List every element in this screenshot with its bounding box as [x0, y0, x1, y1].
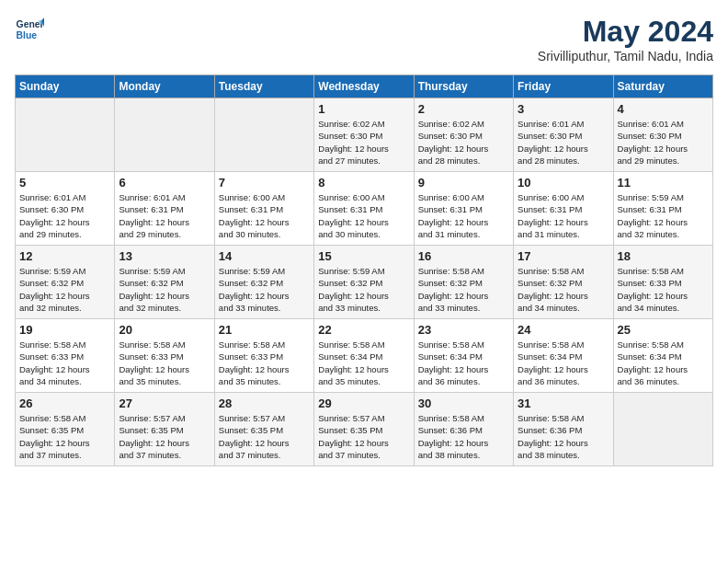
- calendar-cell: 17Sunrise: 5:58 AM Sunset: 6:32 PM Dayli…: [514, 246, 613, 319]
- calendar-cell: 7Sunrise: 6:00 AM Sunset: 6:31 PM Daylig…: [214, 172, 313, 246]
- calendar-cell: 12Sunrise: 5:59 AM Sunset: 6:32 PM Dayli…: [16, 246, 115, 319]
- day-number: 18: [618, 249, 709, 263]
- location-title: Srivilliputhur, Tamil Nadu, India: [538, 49, 713, 63]
- calendar-cell: 21Sunrise: 5:58 AM Sunset: 6:33 PM Dayli…: [214, 319, 313, 393]
- day-number: 12: [19, 249, 110, 263]
- logo-icon: General Blue: [15, 15, 44, 44]
- day-info: Sunrise: 5:59 AM Sunset: 6:32 PM Dayligh…: [318, 265, 409, 314]
- day-info: Sunrise: 6:00 AM Sunset: 6:31 PM Dayligh…: [418, 191, 509, 240]
- day-number: 14: [219, 249, 310, 263]
- day-number: 23: [418, 323, 509, 337]
- calendar-cell: 10Sunrise: 6:00 AM Sunset: 6:31 PM Dayli…: [514, 172, 613, 246]
- day-number: 27: [119, 396, 210, 410]
- day-info: Sunrise: 5:58 AM Sunset: 6:36 PM Dayligh…: [518, 412, 609, 461]
- calendar-week-row: 5Sunrise: 6:01 AM Sunset: 6:30 PM Daylig…: [16, 172, 713, 246]
- calendar-cell: 3Sunrise: 6:01 AM Sunset: 6:30 PM Daylig…: [514, 98, 613, 172]
- calendar-cell: 31Sunrise: 5:58 AM Sunset: 6:36 PM Dayli…: [514, 393, 613, 466]
- day-info: Sunrise: 5:58 AM Sunset: 6:33 PM Dayligh…: [19, 339, 110, 387]
- day-number: 24: [518, 323, 609, 337]
- calendar-cell: [16, 98, 115, 172]
- calendar-cell: 24Sunrise: 5:58 AM Sunset: 6:34 PM Dayli…: [514, 319, 613, 393]
- day-info: Sunrise: 5:58 AM Sunset: 6:33 PM Dayligh…: [119, 339, 210, 387]
- weekday-header-friday: Friday: [514, 75, 613, 98]
- weekday-header-thursday: Thursday: [414, 75, 513, 98]
- day-number: 9: [418, 176, 509, 190]
- day-number: 21: [219, 323, 310, 337]
- calendar-cell: 14Sunrise: 5:59 AM Sunset: 6:32 PM Dayli…: [214, 246, 313, 319]
- calendar-cell: 16Sunrise: 5:58 AM Sunset: 6:32 PM Dayli…: [414, 246, 513, 319]
- day-info: Sunrise: 5:58 AM Sunset: 6:33 PM Dayligh…: [219, 339, 310, 387]
- day-info: Sunrise: 5:58 AM Sunset: 6:34 PM Dayligh…: [418, 339, 509, 387]
- calendar-week-row: 12Sunrise: 5:59 AM Sunset: 6:32 PM Dayli…: [16, 246, 713, 319]
- weekday-header-wednesday: Wednesday: [314, 75, 414, 98]
- weekday-header-monday: Monday: [115, 75, 214, 98]
- calendar-cell: 20Sunrise: 5:58 AM Sunset: 6:33 PM Dayli…: [115, 319, 214, 393]
- calendar-cell: 11Sunrise: 5:59 AM Sunset: 6:31 PM Dayli…: [613, 172, 712, 246]
- logo: General Blue: [15, 15, 44, 44]
- calendar-cell: 27Sunrise: 5:57 AM Sunset: 6:35 PM Dayli…: [115, 393, 214, 466]
- weekday-header-saturday: Saturday: [613, 75, 712, 98]
- day-info: Sunrise: 6:01 AM Sunset: 6:30 PM Dayligh…: [19, 191, 110, 240]
- day-info: Sunrise: 5:59 AM Sunset: 6:32 PM Dayligh…: [119, 265, 210, 314]
- calendar-cell: 8Sunrise: 6:00 AM Sunset: 6:31 PM Daylig…: [314, 172, 414, 246]
- day-number: 7: [219, 176, 310, 190]
- day-number: 16: [418, 249, 509, 263]
- calendar-cell: 5Sunrise: 6:01 AM Sunset: 6:30 PM Daylig…: [16, 172, 115, 246]
- day-info: Sunrise: 5:57 AM Sunset: 6:35 PM Dayligh…: [318, 412, 409, 461]
- day-number: 1: [318, 102, 409, 116]
- page-header: General Blue May 2024 Srivilliputhur, Ta…: [15, 15, 713, 63]
- calendar-cell: [613, 393, 712, 466]
- day-number: 26: [19, 396, 110, 410]
- day-info: Sunrise: 5:58 AM Sunset: 6:34 PM Dayligh…: [518, 339, 609, 387]
- day-number: 25: [618, 323, 709, 337]
- svg-text:Blue: Blue: [17, 30, 38, 40]
- day-info: Sunrise: 5:58 AM Sunset: 6:32 PM Dayligh…: [518, 265, 609, 314]
- day-info: Sunrise: 5:58 AM Sunset: 6:34 PM Dayligh…: [618, 339, 709, 387]
- day-number: 8: [318, 176, 409, 190]
- day-number: 31: [518, 396, 609, 410]
- title-block: May 2024 Srivilliputhur, Tamil Nadu, Ind…: [538, 15, 713, 63]
- day-number: 5: [19, 176, 110, 190]
- day-number: 2: [418, 102, 509, 116]
- day-number: 11: [618, 176, 709, 190]
- day-info: Sunrise: 6:00 AM Sunset: 6:31 PM Dayligh…: [518, 191, 609, 240]
- calendar-cell: 22Sunrise: 5:58 AM Sunset: 6:34 PM Dayli…: [314, 319, 414, 393]
- calendar-cell: 9Sunrise: 6:00 AM Sunset: 6:31 PM Daylig…: [414, 172, 513, 246]
- month-title: May 2024: [538, 15, 713, 49]
- calendar-cell: 26Sunrise: 5:58 AM Sunset: 6:35 PM Dayli…: [16, 393, 115, 466]
- weekday-header-sunday: Sunday: [16, 75, 115, 98]
- calendar-week-row: 19Sunrise: 5:58 AM Sunset: 6:33 PM Dayli…: [16, 319, 713, 393]
- calendar-cell: 23Sunrise: 5:58 AM Sunset: 6:34 PM Dayli…: [414, 319, 513, 393]
- calendar-week-row: 26Sunrise: 5:58 AM Sunset: 6:35 PM Dayli…: [16, 393, 713, 466]
- day-info: Sunrise: 5:59 AM Sunset: 6:32 PM Dayligh…: [219, 265, 310, 314]
- day-number: 13: [119, 249, 210, 263]
- calendar-cell: 19Sunrise: 5:58 AM Sunset: 6:33 PM Dayli…: [16, 319, 115, 393]
- day-number: 6: [119, 176, 210, 190]
- calendar-cell: 29Sunrise: 5:57 AM Sunset: 6:35 PM Dayli…: [314, 393, 414, 466]
- day-number: 10: [518, 176, 609, 190]
- day-number: 29: [318, 396, 409, 410]
- calendar-table: SundayMondayTuesdayWednesdayThursdayFrid…: [15, 75, 713, 466]
- day-info: Sunrise: 5:59 AM Sunset: 6:31 PM Dayligh…: [618, 191, 709, 240]
- day-info: Sunrise: 5:57 AM Sunset: 6:35 PM Dayligh…: [219, 412, 310, 461]
- calendar-cell: 2Sunrise: 6:02 AM Sunset: 6:30 PM Daylig…: [414, 98, 513, 172]
- calendar-cell: 25Sunrise: 5:58 AM Sunset: 6:34 PM Dayli…: [613, 319, 712, 393]
- calendar-week-row: 1Sunrise: 6:02 AM Sunset: 6:30 PM Daylig…: [16, 98, 713, 172]
- calendar-cell: 1Sunrise: 6:02 AM Sunset: 6:30 PM Daylig…: [314, 98, 414, 172]
- day-number: 19: [19, 323, 110, 337]
- day-number: 30: [418, 396, 509, 410]
- day-number: 22: [318, 323, 409, 337]
- day-info: Sunrise: 5:58 AM Sunset: 6:34 PM Dayligh…: [318, 339, 409, 387]
- calendar-cell: 18Sunrise: 5:58 AM Sunset: 6:33 PM Dayli…: [613, 246, 712, 319]
- day-info: Sunrise: 6:02 AM Sunset: 6:30 PM Dayligh…: [418, 118, 509, 167]
- day-info: Sunrise: 5:58 AM Sunset: 6:33 PM Dayligh…: [618, 265, 709, 314]
- day-info: Sunrise: 6:00 AM Sunset: 6:31 PM Dayligh…: [318, 191, 409, 240]
- day-info: Sunrise: 5:58 AM Sunset: 6:32 PM Dayligh…: [418, 265, 509, 314]
- day-info: Sunrise: 5:59 AM Sunset: 6:32 PM Dayligh…: [19, 265, 110, 314]
- day-info: Sunrise: 5:57 AM Sunset: 6:35 PM Dayligh…: [119, 412, 210, 461]
- calendar-cell: [115, 98, 214, 172]
- day-number: 20: [119, 323, 210, 337]
- weekday-header-row: SundayMondayTuesdayWednesdayThursdayFrid…: [16, 75, 713, 98]
- calendar-cell: 4Sunrise: 6:01 AM Sunset: 6:30 PM Daylig…: [613, 98, 712, 172]
- day-number: 4: [618, 102, 709, 116]
